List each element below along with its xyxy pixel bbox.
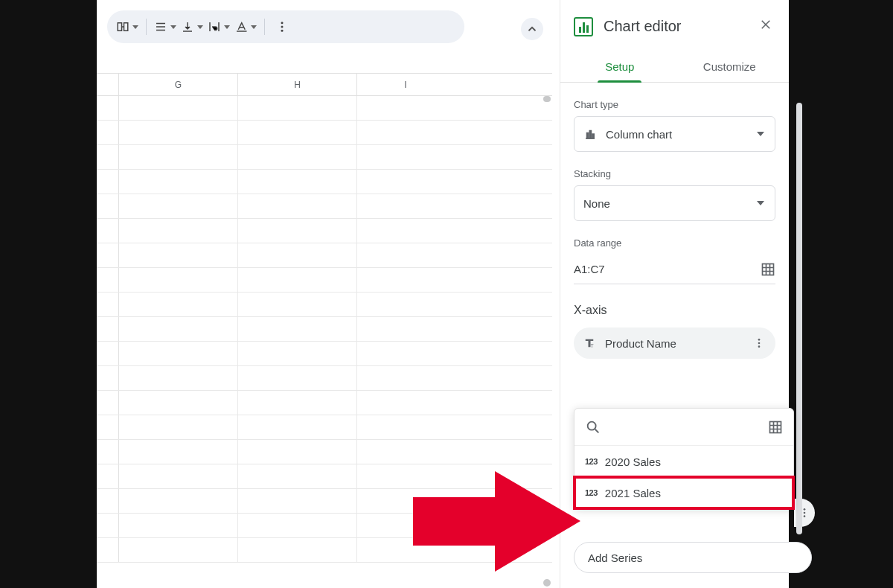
vertical-align-button[interactable] <box>181 16 203 38</box>
column-header[interactable]: H <box>238 74 357 95</box>
svg-point-16 <box>804 512 806 514</box>
svg-point-11 <box>758 342 761 345</box>
stacking-label: Stacking <box>574 168 775 179</box>
horizontal-align-icon <box>154 20 167 33</box>
svg-point-10 <box>758 339 761 341</box>
table-row[interactable] <box>97 268 552 293</box>
svg-point-12 <box>758 345 761 348</box>
chevron-up-icon <box>525 22 539 36</box>
column-chart-icon <box>583 127 597 141</box>
table-row[interactable] <box>97 440 552 464</box>
more-vert-icon <box>275 20 289 33</box>
table-row[interactable] <box>97 366 552 391</box>
chart-type-label: Chart type <box>574 99 775 110</box>
svg-point-3 <box>281 26 284 28</box>
select-range-icon[interactable] <box>768 420 783 435</box>
svg-point-15 <box>804 508 806 511</box>
panel-tabs: Setup Customize <box>560 51 789 83</box>
series-option-label: 2020 Sales <box>605 456 661 468</box>
tab-setup[interactable]: Setup <box>565 51 675 82</box>
stacking-value: None <box>583 197 610 210</box>
formatting-toolbar <box>97 0 558 54</box>
add-series-button[interactable]: Add Series <box>574 542 812 573</box>
svg-rect-5 <box>587 133 589 139</box>
table-row[interactable] <box>97 342 552 366</box>
chip-more-button[interactable] <box>749 333 769 354</box>
panel-scrollbar[interactable] <box>796 103 802 534</box>
spreadsheet-grid[interactable]: G H I <box>97 73 552 588</box>
data-range-field[interactable]: A1:C7 <box>574 255 775 284</box>
merge-cells-icon <box>116 20 129 33</box>
vertical-align-icon <box>181 20 194 33</box>
toolbar-more-button[interactable] <box>272 16 292 38</box>
text-wrap-button[interactable] <box>208 16 230 38</box>
panel-title: Chart editor <box>604 18 746 35</box>
merge-cells-button[interactable] <box>116 16 138 38</box>
svg-point-4 <box>281 30 284 32</box>
chart-editor-icon <box>574 17 593 36</box>
table-row[interactable] <box>97 170 552 194</box>
text-type-icon: T <box>583 336 596 350</box>
table-row[interactable] <box>97 489 552 514</box>
svg-point-13 <box>588 421 596 429</box>
close-icon <box>759 18 772 31</box>
number-type-icon: 123 <box>585 457 598 466</box>
select-range-icon[interactable] <box>761 262 775 277</box>
series-option[interactable]: 123 2021 Sales <box>574 477 793 508</box>
table-row[interactable] <box>97 145 552 170</box>
text-wrap-icon <box>208 20 221 33</box>
svg-rect-1 <box>124 23 128 31</box>
table-row[interactable] <box>97 243 552 268</box>
svg-rect-0 <box>118 23 121 31</box>
svg-rect-7 <box>592 134 594 138</box>
table-row[interactable] <box>97 121 552 145</box>
table-row[interactable] <box>97 464 552 489</box>
number-type-icon: 123 <box>585 488 598 497</box>
x-axis-section-title: X-axis <box>574 304 775 317</box>
search-icon[interactable] <box>585 419 601 435</box>
x-axis-chip[interactable]: T Product Name <box>574 327 775 359</box>
table-row[interactable] <box>97 96 552 121</box>
close-button[interactable] <box>756 15 775 38</box>
horizontal-align-button[interactable] <box>154 16 176 38</box>
data-range-value: A1:C7 <box>574 263 605 275</box>
svg-rect-6 <box>589 131 591 139</box>
table-row[interactable] <box>97 415 552 440</box>
table-row[interactable] <box>97 317 552 342</box>
svg-rect-14 <box>770 421 781 432</box>
svg-text:T: T <box>591 343 594 348</box>
chart-type-value: Column chart <box>606 128 672 141</box>
table-row[interactable] <box>97 219 552 243</box>
series-option[interactable]: 123 2020 Sales <box>574 446 793 477</box>
svg-point-2 <box>281 22 284 24</box>
series-search-row <box>574 409 793 446</box>
table-row[interactable] <box>97 514 552 538</box>
svg-rect-8 <box>763 263 774 275</box>
column-header[interactable]: G <box>119 74 238 95</box>
tab-customize[interactable]: Customize <box>675 51 785 82</box>
column-header-row: G H I <box>97 74 552 96</box>
column-header[interactable]: I <box>357 74 454 95</box>
add-series-label: Add Series <box>588 552 642 564</box>
x-axis-value: Product Name <box>605 337 676 350</box>
toolbar-collapse-button[interactable] <box>521 18 543 40</box>
table-row[interactable] <box>97 538 552 563</box>
chevron-down-icon <box>757 201 764 205</box>
text-rotate-icon <box>234 20 248 33</box>
series-option-label: 2021 Sales <box>605 487 661 499</box>
text-rotation-button[interactable] <box>234 16 257 38</box>
series-picker-popover: 123 2020 Sales 123 2021 Sales <box>574 408 794 509</box>
data-range-label: Data range <box>574 237 775 249</box>
vertical-scrollbar[interactable] <box>543 579 551 587</box>
svg-point-17 <box>804 515 806 517</box>
chart-type-select[interactable]: Column chart <box>574 116 775 152</box>
table-row[interactable] <box>97 391 552 415</box>
chevron-down-icon <box>757 132 764 136</box>
stacking-select[interactable]: None <box>574 185 775 221</box>
table-row[interactable] <box>97 194 552 219</box>
vertical-scrollbar[interactable] <box>543 96 551 102</box>
chart-editor-panel: Chart editor Setup Customize Chart type … <box>560 0 789 588</box>
table-row[interactable] <box>97 293 552 317</box>
